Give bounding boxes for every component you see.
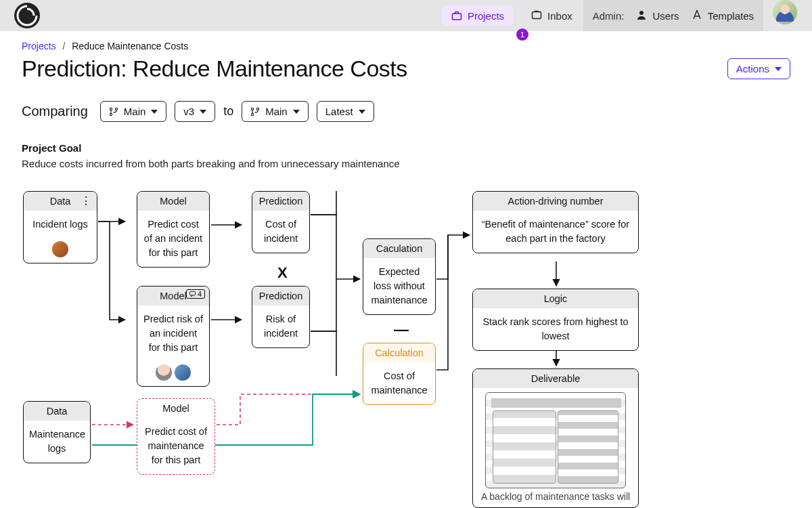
titlebar: Prediction: Reduce Maintenance Costs Act… [22,56,790,82]
breadcrumb-root[interactable]: Projects [22,41,56,51]
user-avatar[interactable] [773,0,797,24]
branch-icon [250,107,260,117]
nav-projects[interactable]: Projects [442,5,514,26]
operator-times: X [277,264,288,282]
node-prediction-risk[interactable]: Prediction Risk of incident [252,286,310,348]
comment-count[interactable]: 4 [186,289,205,299]
svg-rect-10 [189,291,195,295]
svg-point-9 [257,108,259,110]
compare-left-branch[interactable]: Main [100,101,167,122]
node-prediction-cost[interactable]: Prediction Cost of incident [252,191,310,253]
goal-text: Reduce costs incurred from both parts br… [22,158,790,169]
inbox-badge: 1 [516,28,528,41]
nav-templates[interactable]: Templates [692,9,754,22]
chevron-down-icon [293,110,300,114]
svg-point-7 [252,108,254,110]
member-avatar [52,241,68,257]
compare-to: to [223,104,233,119]
templates-icon [692,9,702,22]
nav-templates-label: Templates [708,10,754,22]
project-goal: Project Goal Reduce costs incurred from … [22,142,790,169]
briefcase-icon [451,10,462,21]
diagram-canvas: Data⋮ Incident logs Model Predict cost o… [22,191,790,508]
node-deliverable[interactable]: Deliverable A backlog of maintenance tas… [472,368,639,508]
page-title: Prediction: Reduce Maintenance Costs [22,56,407,82]
node-model-risk-incident[interactable]: Model4 Predict risk of an incident for t… [137,286,210,387]
user-icon [636,9,647,22]
actions-button[interactable]: Actions [727,58,790,79]
nav-inbox-label: Inbox [547,10,572,22]
compare-label: Comparing [22,104,88,119]
node-calc-expected-loss[interactable]: Caculation Expected loss without mainten… [363,238,436,315]
node-data-incident-logs[interactable]: Data⋮ Incident logs [23,191,97,263]
deliverable-caption: A backlog of maintenance tasks will [473,491,638,507]
svg-point-6 [115,108,117,110]
node-action-driving-number[interactable]: Action-driving number “Benefit of mainte… [472,191,639,253]
top-nav: Projects Inbox 1 Admin: Users Templates [435,0,812,31]
branch-icon [109,107,118,117]
nav-inbox[interactable]: Inbox 1 [520,0,583,31]
compare-right-branch[interactable]: Main [242,101,309,122]
compare-right-version[interactable]: Latest [317,101,374,122]
page-content: Projects / Reduce Maintenance Costs Pred… [0,31,812,508]
nav-projects-label: Projects [468,10,504,22]
node-calc-cost-maintenance[interactable]: Calculation Cost of maintenance [363,343,436,405]
svg-point-5 [110,113,112,115]
compare-left-version-label: v3 [183,106,194,117]
svg-point-8 [252,113,254,115]
kebab-icon[interactable]: ⋮ [81,196,91,207]
compare-row: Comparing Main v3 to Main Latest [22,101,790,122]
node-data-maintenance-logs[interactable]: Data Maintenance logs [23,401,91,463]
goal-label: Project Goal [22,142,790,154]
svg-rect-1 [452,14,461,20]
actions-label: Actions [736,63,769,75]
app-logo [14,2,41,29]
node-model-cost-maintenance[interactable]: Model Predict cost of maintenance for th… [137,398,215,475]
compare-right-version-label: Latest [325,106,353,117]
svg-point-4 [110,108,112,110]
chevron-down-icon [200,110,206,114]
topbar: Projects Inbox 1 Admin: Users Templates [0,0,812,31]
chevron-down-icon [359,110,365,114]
nav-users[interactable]: Users [636,9,679,22]
breadcrumb: Projects / Reduce Maintenance Costs [22,41,790,51]
node-model-cost-incident[interactable]: Model Predict cost of an incident for th… [137,191,210,268]
member-avatar [175,364,191,381]
breadcrumb-sep: / [62,41,65,51]
member-avatar [156,364,172,381]
operator-minus: — [394,321,409,339]
node-logic[interactable]: Logic Stack rank scores from highest to … [472,289,639,351]
breadcrumb-leaf: Reduce Maintenance Costs [72,41,188,51]
compare-left-branch-label: Main [124,106,146,117]
admin-label: Admin: [593,10,625,22]
nav-users-label: Users [652,10,679,22]
svg-point-3 [639,11,644,15]
inbox-icon [531,10,542,21]
chevron-down-icon [775,67,782,71]
svg-rect-2 [533,12,541,19]
deliverable-mock-image [485,392,626,488]
compare-right-branch-label: Main [265,106,288,117]
compare-left-version[interactable]: v3 [175,101,215,122]
chevron-down-icon [151,110,158,114]
admin-group: Admin: Users Templates [583,0,763,31]
